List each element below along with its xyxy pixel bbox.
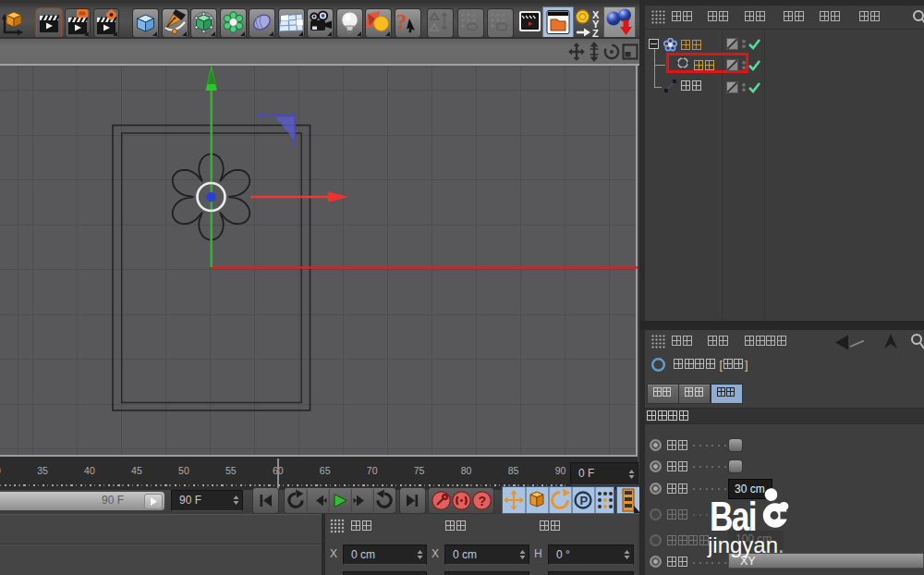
- svg-text:P: P: [580, 494, 589, 508]
- svg-text:?: ?: [479, 494, 487, 508]
- svg-text:?: ?: [396, 10, 407, 33]
